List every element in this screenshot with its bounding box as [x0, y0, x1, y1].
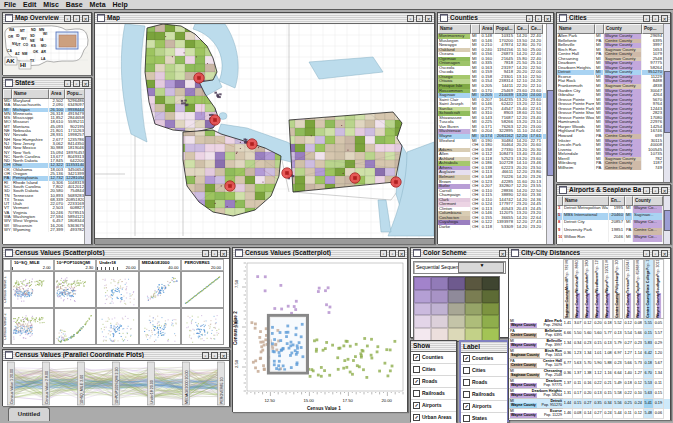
spm-column-header[interactable]: MEDAGE200040.00: [139, 259, 182, 271]
column-header[interactable]: Name: [438, 24, 471, 34]
column-header[interactable]: Popu...: [65, 89, 86, 99]
close-button[interactable]: ✕: [661, 15, 668, 22]
scatter-titlebar[interactable]: Census Values (Scatterplot) ▫ ▫ ✕: [233, 248, 407, 259]
color-swatch[interactable]: [465, 277, 482, 290]
spm-cell[interactable]: [54, 271, 97, 308]
distances-row[interactable]: MIBellevilleWayne CountyPop. 39971.340.3…: [509, 339, 670, 349]
minimize-button[interactable]: ▫: [64, 80, 71, 87]
minimize-button[interactable]: ▫: [407, 15, 414, 22]
color-swatch[interactable]: [431, 315, 448, 328]
distances-column-header[interactable]: Saginaw CountyMerrillPop. 782 MI: [563, 259, 573, 319]
scrollbar-thumb[interactable]: [664, 210, 670, 230]
distances-row[interactable]: MIAllen ParkWayne CountyPop. 296941.413.…: [509, 319, 670, 329]
column-header[interactable]: County: [604, 24, 642, 34]
column-header[interactable]: Name: [563, 196, 609, 206]
color-swatch[interactable]: [465, 290, 482, 303]
maximize-button[interactable]: ▫: [73, 80, 80, 87]
column-header[interactable]: Pop...: [642, 24, 664, 34]
spm-cell[interactable]: [11, 308, 54, 345]
spm-cell[interactable]: [96, 271, 139, 308]
airport-marker[interactable]: [194, 73, 204, 83]
checkbox-row-urban-areas[interactable]: ✓Urban Areas: [411, 412, 456, 423]
color-scheme-titlebar[interactable]: Color Scheme ✕: [411, 248, 508, 259]
spm-titlebar[interactable]: Census Values (Scatterplots) ▫ ▫ ✕: [3, 248, 229, 259]
column-header[interactable]: En...: [609, 196, 625, 206]
menu-base[interactable]: Base: [66, 1, 83, 8]
checkbox-row-roads[interactable]: ✓Roads: [411, 376, 456, 388]
checkbox-row-states[interactable]: States: [461, 413, 507, 423]
vertical-scrollbar[interactable]: [663, 24, 670, 182]
color-swatch[interactable]: [448, 303, 465, 316]
checkbox[interactable]: ✓: [463, 355, 470, 362]
checkbox[interactable]: [463, 391, 470, 398]
checkbox-row-roads[interactable]: Roads: [461, 377, 507, 389]
maximize-button[interactable]: ▫: [389, 250, 396, 257]
table-row[interactable]: DarkeOH0.1185330914.2023.20: [438, 225, 553, 230]
map-canvas[interactable]: [95, 24, 434, 238]
checkbox[interactable]: [413, 390, 420, 397]
distances-column-header[interactable]: Wayne CountyWyandottePop. 28006 MI: [583, 259, 593, 319]
distances-column-header[interactable]: Wayne CountySouthgatePop. 30136 MI: [654, 259, 664, 319]
menu-file[interactable]: File: [4, 1, 16, 8]
vertical-scrollbar[interactable]: [546, 24, 553, 244]
spm-column-header[interactable]: PEROVER6520.00: [181, 259, 224, 271]
column-header[interactable]: County: [633, 196, 663, 206]
column-header[interactable]: Popul...: [494, 24, 515, 34]
maximize-button[interactable]: ▫: [211, 250, 218, 257]
maximize-button[interactable]: ▫: [652, 187, 659, 194]
distances-row[interactable]: MIDearborn HeightsWayne CountyPop. 58264…: [509, 389, 670, 399]
spm-column-header[interactable]: Under1820.00: [96, 259, 139, 271]
checkbox[interactable]: [463, 367, 470, 374]
checkbox[interactable]: [413, 366, 420, 373]
color-swatch[interactable]: [448, 290, 465, 303]
table-row[interactable]: 5MBS International20460MISaginaw...: [557, 213, 670, 220]
color-swatch[interactable]: [465, 303, 482, 316]
close-button[interactable]: ✕: [220, 250, 227, 257]
checkbox[interactable]: [463, 415, 470, 422]
scatterplot[interactable]: 12.5015.0017.5020.002.505.007.50Census V…: [233, 259, 407, 412]
color-swatch[interactable]: [448, 277, 465, 290]
minimize-button[interactable]: ▫: [643, 187, 650, 194]
color-swatch[interactable]: [431, 290, 448, 303]
checkbox[interactable]: ✓: [413, 378, 420, 385]
distances-column-header[interactable]: Wayne CountyWoodhavenPop. 12530 MI: [593, 259, 603, 319]
distances-column-header[interactable]: Wayne CountyWestlandPop. 86602 MI: [573, 259, 583, 319]
distances-row[interactable]: MIDetroitWayne CountyPop. 9512701.440.15…: [509, 399, 670, 409]
airport-marker[interactable]: [391, 177, 401, 187]
airport-marker[interactable]: [210, 115, 220, 125]
distances-titlebar[interactable]: City-City Distances ▫ ▫ ✕: [509, 248, 670, 259]
maximize-button[interactable]: ▫: [73, 15, 80, 22]
close-button[interactable]: ✕: [82, 15, 89, 22]
close-button[interactable]: ✕: [661, 250, 668, 257]
checkbox-row-counties[interactable]: ✓Counties: [461, 353, 507, 365]
column-header[interactable]: [471, 24, 480, 34]
column-header[interactable]: [595, 24, 604, 34]
pcp-titlebar[interactable]: Census Values (Parallel Coordinate Plots…: [3, 350, 229, 361]
checkbox-row-airports[interactable]: ✓Airports: [461, 401, 507, 413]
vertical-scrollbar[interactable]: [663, 196, 670, 244]
checkbox[interactable]: ✓: [413, 414, 420, 421]
cities-titlebar[interactable]: Cities ▫ ▫ ✕: [557, 13, 670, 24]
table-row[interactable]: 10Willow Run2046MIWayne Co...: [557, 235, 670, 242]
checkbox-row-railroads[interactable]: Railroads: [411, 388, 456, 400]
overview-map-canvas[interactable]: WAMTNDMNORIDSDWINVWYNEIACAUTCOKSMOAZNMOK…: [3, 24, 91, 75]
minimize-button[interactable]: ▫: [643, 15, 650, 22]
spm-cell[interactable]: [139, 308, 182, 345]
scatterplot-matrix[interactable]: 10^SQ_MILE2.0010^POP100SQMI2.30Under1820…: [3, 259, 229, 347]
label-titlebar[interactable]: Label: [461, 342, 507, 353]
airport-marker[interactable]: [225, 181, 235, 191]
color-swatch[interactable]: [414, 315, 431, 328]
counties-titlebar[interactable]: Counties ▫ ▫ ✕: [438, 13, 553, 24]
maximize-button[interactable]: ▫: [211, 352, 218, 359]
vertical-scrollbar[interactable]: [84, 89, 91, 244]
color-swatch[interactable]: [431, 277, 448, 290]
close-button[interactable]: ✕: [398, 250, 405, 257]
minimize-button[interactable]: ▫: [202, 250, 209, 257]
distances-row[interactable]: MIDearbornWayne CountyPop. 977751.370.11…: [509, 379, 670, 389]
menu-help[interactable]: Help: [113, 1, 128, 8]
checkbox[interactable]: ✓: [413, 354, 420, 361]
distances-column-header[interactable]: Centre CountyState CollegePop. 38420 PA: [644, 259, 654, 319]
column-header[interactable]: Name: [557, 24, 595, 34]
color-swatch[interactable]: [414, 290, 431, 303]
close-button[interactable]: ✕: [220, 352, 227, 359]
